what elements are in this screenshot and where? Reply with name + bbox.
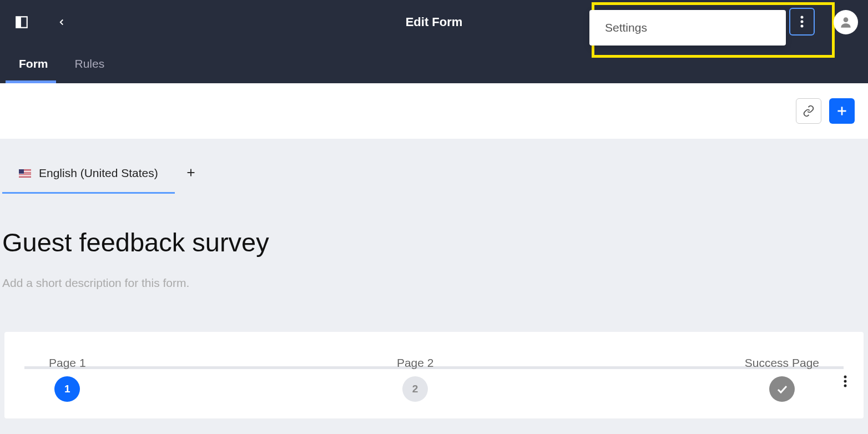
check-icon <box>775 382 789 396</box>
settings-dropdown: Settings <box>589 10 786 46</box>
back-button[interactable] <box>53 14 70 31</box>
tab-form[interactable]: Form <box>6 44 62 83</box>
more-vertical-icon <box>844 375 847 387</box>
page-step-2[interactable]: Page 2 2 <box>397 356 434 402</box>
content-area: English (United States) Guest feedback s… <box>0 139 868 434</box>
page-step-1[interactable]: Page 1 1 <box>49 356 86 402</box>
link-icon <box>803 105 815 117</box>
page-step-success[interactable]: Success Page <box>745 356 819 402</box>
page-title: Edit Form <box>406 15 463 29</box>
svg-point-10 <box>844 376 847 379</box>
add-element-button[interactable] <box>829 98 855 124</box>
tab-rules[interactable]: Rules <box>62 44 118 83</box>
svg-point-4 <box>801 25 804 28</box>
sidebar-toggle-button[interactable] <box>13 14 30 31</box>
step-label: Page 2 <box>397 356 434 370</box>
steps-row: Page 1 1 Page 2 2 Success Page <box>49 356 819 402</box>
action-bar <box>0 83 868 139</box>
plus-icon <box>835 104 849 118</box>
form-description-input[interactable]: Add a short description for this form. <box>0 258 868 290</box>
pages-card: Page 1 1 Page 2 2 Success Page <box>4 332 864 418</box>
language-tabs: English (United States) <box>0 139 868 194</box>
more-vertical-icon <box>800 16 804 28</box>
step-circle: 2 <box>402 376 428 402</box>
step-label: Success Page <box>745 356 819 370</box>
user-avatar[interactable] <box>834 10 858 34</box>
more-menu-button[interactable] <box>789 8 815 36</box>
chevron-left-icon <box>57 17 67 27</box>
top-bar: Edit Form Settings <box>0 0 868 44</box>
step-circle <box>769 376 795 402</box>
svg-point-2 <box>801 16 804 19</box>
language-tab-en-us[interactable]: English (United States) <box>2 160 175 194</box>
pages-more-button[interactable] <box>844 375 847 390</box>
svg-point-5 <box>844 17 849 22</box>
form-title-input[interactable]: Guest feedback survey <box>0 194 868 258</box>
us-flag-icon <box>19 169 31 178</box>
tab-label: Rules <box>75 57 105 70</box>
dropdown-item-settings[interactable]: Settings <box>589 10 786 46</box>
panel-icon <box>14 15 29 29</box>
language-label: English (United States) <box>39 166 158 180</box>
copy-link-button[interactable] <box>796 98 821 124</box>
user-icon <box>839 15 853 29</box>
svg-point-12 <box>844 385 847 387</box>
svg-rect-1 <box>16 17 21 28</box>
svg-point-3 <box>801 21 804 23</box>
tab-label: Form <box>19 57 48 70</box>
step-label: Page 1 <box>49 356 86 370</box>
svg-point-11 <box>844 380 847 383</box>
step-circle: 1 <box>54 376 80 402</box>
plus-icon <box>185 166 197 179</box>
add-language-button[interactable] <box>183 164 199 181</box>
